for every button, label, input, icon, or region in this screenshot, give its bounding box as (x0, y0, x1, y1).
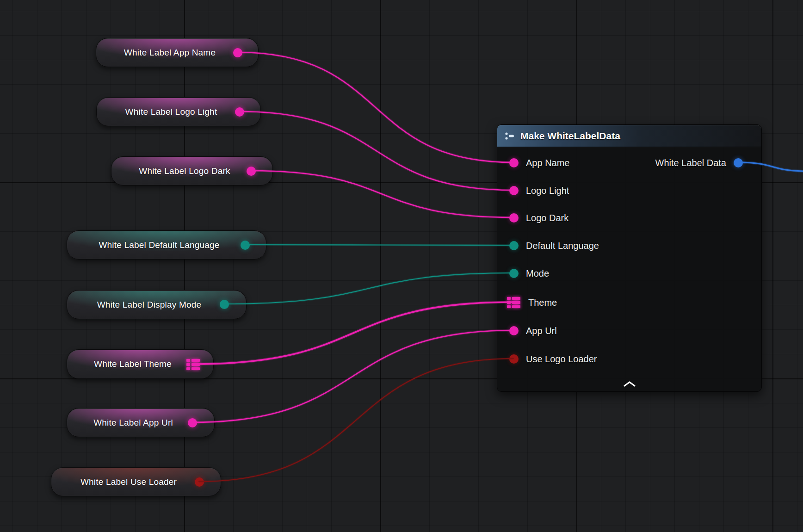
pin-circle-icon[interactable] (509, 269, 519, 278)
pin-label: App Url (526, 326, 557, 336)
struct-pin-icon[interactable] (507, 297, 521, 309)
wire-glow (239, 111, 513, 190)
blueprint-canvas[interactable]: White Label App NameWhite Label Logo Lig… (0, 0, 803, 532)
getter-white-label-logo-dark[interactable]: White Label Logo Dark (111, 156, 273, 186)
collapse-chevron-icon[interactable] (623, 380, 636, 388)
input-pin-row: Theme (497, 293, 557, 312)
wire (237, 52, 513, 162)
pin-circle-icon[interactable] (235, 107, 244, 117)
pin-circle-icon[interactable] (509, 213, 519, 223)
pin-circle-icon[interactable] (509, 354, 519, 364)
wire (251, 171, 513, 217)
getter-white-label-app-url[interactable]: White Label App Url (67, 408, 215, 437)
getter-white-label-app-name[interactable]: White Label App Name (96, 38, 259, 67)
pin-circle-icon[interactable] (509, 186, 519, 195)
pin-circle-icon[interactable] (241, 241, 250, 250)
input-pin-row: Logo Dark (497, 209, 568, 227)
pin-circle-icon[interactable] (233, 48, 242, 57)
input-pin-row: Use Logo Loader (497, 350, 597, 368)
pin-circle-icon[interactable] (220, 300, 229, 309)
wire-glow (192, 330, 513, 422)
pin-circle-icon[interactable] (509, 326, 519, 335)
input-pin-row: Logo Light (497, 181, 569, 200)
input-pin-row: Mode (497, 264, 549, 283)
pin-circle-icon[interactable] (247, 167, 256, 176)
output-pin-label: White Label Data (655, 158, 726, 168)
wire-glow (237, 52, 513, 162)
node-header[interactable]: Make WhiteLabelData (497, 125, 761, 147)
getter-white-label-logo-light[interactable]: White Label Logo Light (96, 97, 261, 126)
node-title: Make WhiteLabelData (520, 130, 620, 142)
getter-white-label-theme[interactable]: White Label Theme (67, 349, 214, 379)
wire (224, 273, 513, 304)
pin-circle-icon[interactable] (509, 241, 519, 250)
input-pin-row: Default Language (497, 236, 599, 255)
wire-glow (224, 273, 513, 304)
wire-glow (251, 171, 513, 217)
getter-white-label-display-mode[interactable]: White Label Display Mode (67, 290, 247, 319)
pin-circle-icon[interactable] (509, 158, 519, 167)
pin-label: Use Logo Loader (526, 354, 597, 365)
pin-circle-icon[interactable] (734, 158, 743, 167)
getter-label: White Label Display Mode (67, 300, 246, 310)
input-pin-row: App Name (497, 154, 570, 172)
struct-pin-icon[interactable] (186, 359, 200, 371)
output-pin-row: White Label Data (655, 154, 761, 172)
pin-circle-icon[interactable] (195, 477, 204, 487)
input-pin-row: App Url (497, 322, 557, 340)
wire (239, 111, 513, 190)
make-whitelabeldata-node[interactable]: Make WhiteLabelDataApp NameLogo LightLog… (497, 124, 762, 392)
wire-glow (199, 359, 513, 482)
pin-label: Logo Dark (526, 213, 568, 223)
getter-label: White Label Default Language (67, 240, 266, 250)
make-struct-icon (504, 130, 515, 142)
pin-label: Default Language (526, 241, 599, 251)
pin-label: Logo Light (526, 186, 569, 196)
wire (245, 245, 513, 245)
getter-white-label-use-loader[interactable]: White Label Use Loader (51, 467, 221, 496)
pin-label: Mode (526, 268, 549, 279)
pin-circle-icon[interactable] (188, 418, 197, 427)
getter-white-label-default-language[interactable]: White Label Default Language (67, 230, 266, 260)
wire (192, 330, 513, 422)
pin-label: App Name (526, 158, 570, 168)
wire-glow (245, 245, 513, 245)
pin-label: Theme (528, 297, 557, 308)
wire (199, 359, 513, 482)
